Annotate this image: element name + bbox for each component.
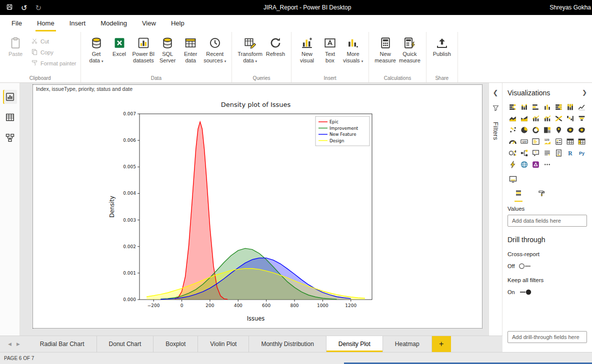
enter-data-button[interactable]: Enterdata (179, 34, 202, 64)
cross-report-toggle[interactable]: Off (508, 263, 587, 270)
visual-types-grid: 123123?RPy (508, 102, 588, 169)
waterfall-chart-icon[interactable] (565, 113, 575, 123)
python-visual-icon[interactable]: Py (576, 148, 586, 158)
density-plot-visual[interactable]: Density plot of Issues0.0000.0010.0020.0… (107, 98, 400, 325)
scatter-chart-icon[interactable] (508, 125, 518, 135)
page-tab-boxplot[interactable]: Boxplot (154, 336, 198, 352)
stacked-area-chart-icon[interactable] (519, 113, 529, 123)
line-and-clustered-column-chart-icon[interactable] (542, 113, 552, 123)
page-nav-right-icon[interactable]: ▶ (16, 342, 20, 347)
report-page[interactable]: Index, issueType, priority, status and d… (32, 84, 482, 329)
page-tab-violin-plot[interactable]: Violin Plot (198, 336, 249, 352)
ribbon: Paste Cut Copy Format painter Clipboard … (0, 32, 592, 83)
treemap-icon[interactable] (542, 125, 552, 135)
menu-tab-file[interactable]: File (4, 15, 30, 32)
page-tab-heatmap[interactable]: Heatmap (383, 336, 432, 352)
key-influencers-icon[interactable] (508, 148, 518, 158)
new-measure-button[interactable]: Newmeasure (373, 34, 398, 64)
excel-button[interactable]: Excel (108, 34, 131, 64)
gauge-icon[interactable] (508, 136, 518, 146)
page-tab-density-plot[interactable]: Density Plot (326, 336, 383, 352)
menu-tab-home[interactable]: Home (30, 15, 62, 32)
clustered-bar-chart-icon[interactable] (530, 102, 540, 112)
menu-tab-help[interactable]: Help (164, 15, 192, 32)
multi-row-card-icon[interactable] (530, 136, 540, 146)
enter-data-icon (184, 35, 197, 51)
kpi-icon[interactable]: 123 (542, 136, 552, 146)
page-tab-radial-bar-chart[interactable]: Radial Bar Chart (28, 336, 97, 352)
drill-through-field-well[interactable]: Add drill-through fields here (508, 331, 587, 343)
keep-all-filters-toggle[interactable]: On (508, 289, 587, 296)
arcgis-map-icon[interactable] (519, 159, 529, 169)
page-tab-donut-chart[interactable]: Donut Chart (97, 336, 154, 352)
area-chart-icon[interactable] (508, 113, 518, 123)
smart-narrative-icon[interactable] (542, 148, 552, 158)
slicer-icon[interactable] (554, 136, 564, 146)
paginated-report-icon[interactable] (554, 148, 564, 158)
page-note-text: Index, issueType, priority, status and d… (36, 86, 132, 92)
stacked-column-chart-icon[interactable] (519, 102, 529, 112)
model-view-button[interactable] (3, 131, 17, 145)
paste-button[interactable]: Paste (4, 34, 27, 67)
report-page-icon[interactable] (508, 174, 518, 185)
funnel-chart-icon[interactable] (576, 113, 586, 123)
r-script-visual-icon[interactable]: R (565, 148, 575, 158)
transform-data-button[interactable]: Transformdata ▾ (236, 34, 264, 64)
more-options-icon[interactable] (542, 159, 552, 169)
format-painter-button[interactable]: Format painter (31, 59, 76, 67)
page-tab-monthly-distribution[interactable]: Monthly Distribution (249, 336, 326, 352)
fields-tab[interactable] (514, 189, 522, 202)
shape-map-icon[interactable] (576, 125, 586, 135)
matrix-icon[interactable] (576, 136, 586, 146)
sql-server-button[interactable]: SQLServer (156, 34, 179, 64)
svg-text:123: 123 (544, 138, 549, 141)
card-icon[interactable]: 123 (519, 136, 529, 146)
pie-chart-icon[interactable] (519, 125, 529, 135)
decomposition-tree-icon[interactable] (519, 148, 529, 158)
collapse-visualizations-icon[interactable]: ❯ (582, 89, 587, 97)
power-bi-datasets-button[interactable]: Power BIdatasets (131, 34, 156, 64)
expand-filters-icon[interactable]: ❮ (493, 89, 498, 96)
undo-icon[interactable]: ↺ (21, 4, 28, 11)
page-nav-left-icon[interactable]: ◀ (8, 342, 12, 347)
publish-button[interactable]: Publish (430, 34, 454, 57)
save-icon[interactable] (6, 3, 13, 12)
100-stacked-bar-chart-icon[interactable] (554, 102, 564, 112)
format-tab[interactable] (538, 189, 546, 202)
new-page-button[interactable]: + (432, 336, 451, 352)
cut-button[interactable]: Cut (31, 37, 76, 45)
report-view-button[interactable] (3, 90, 17, 104)
ribbon-group-share: PublishShare (426, 32, 458, 82)
power-automate-icon[interactable] (508, 159, 518, 169)
quick-measure-button[interactable]: Quickmeasure (398, 34, 422, 64)
text-box-button[interactable]: Textbox (318, 34, 342, 64)
values-field-well[interactable]: Add data fields here (508, 215, 587, 227)
sql-server-icon (161, 35, 174, 51)
data-view-button[interactable] (3, 110, 17, 124)
copy-button[interactable]: Copy (31, 48, 76, 56)
new-visual-button[interactable]: Newvisual (296, 34, 318, 64)
filters-pane-collapsed[interactable]: ❮ Filters (488, 83, 502, 352)
menu-tab-view[interactable]: View (134, 15, 164, 32)
power-apps-icon[interactable] (530, 159, 540, 169)
ribbon-chart-icon[interactable] (554, 113, 564, 123)
menu-tab-insert[interactable]: Insert (62, 15, 94, 32)
100-stacked-column-chart-icon[interactable] (565, 102, 575, 112)
line-chart-icon[interactable] (576, 102, 586, 112)
line-and-stacked-column-chart-icon[interactable] (530, 113, 540, 123)
redo-icon[interactable]: ↻ (36, 4, 42, 11)
recent-sources-button[interactable]: Recentsources ▾ (202, 34, 228, 64)
svg-text:Epic: Epic (330, 119, 338, 124)
map-icon[interactable] (554, 125, 564, 135)
account-name[interactable]: Shreyas Gokha (550, 4, 592, 11)
refresh-button[interactable]: Refresh (264, 34, 287, 64)
clustered-column-chart-icon[interactable] (542, 102, 552, 112)
menu-tab-modeling[interactable]: Modeling (93, 15, 134, 32)
qa-visual-icon[interactable]: ? (530, 148, 540, 158)
more-visuals-button[interactable]: Morevisuals ▾ (342, 34, 364, 64)
stacked-bar-chart-icon[interactable] (508, 102, 518, 112)
filled-map-icon[interactable] (565, 125, 575, 135)
table-icon[interactable] (565, 136, 575, 146)
get-data-button[interactable]: Getdata ▾ (85, 34, 108, 64)
donut-chart-icon[interactable] (530, 125, 540, 135)
